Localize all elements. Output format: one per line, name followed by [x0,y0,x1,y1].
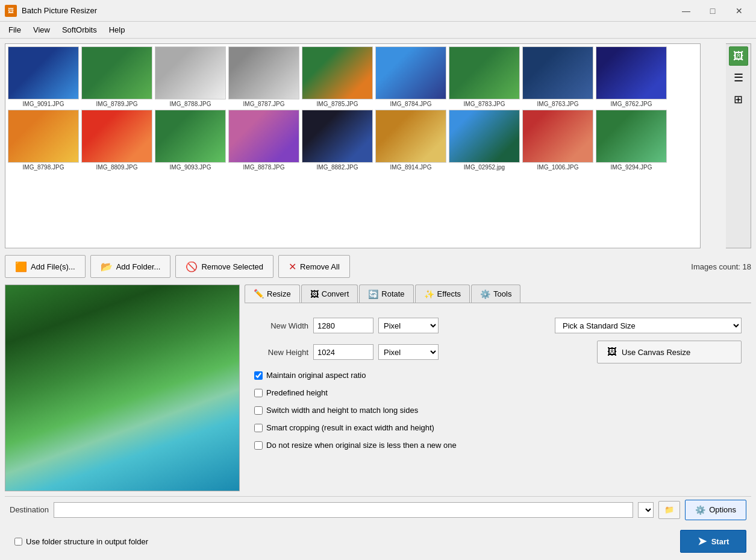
image-thumb-12[interactable]: IMG_8878.JPG [228,110,299,171]
thumb-image-8 [596,46,667,99]
thumb-label-3: IMG_8787.JPG [228,101,299,107]
menu-softorbits[interactable]: SoftOrbits [56,24,103,36]
thumb-label-2: IMG_8788.JPG [155,101,226,107]
thumb-label-11: IMG_9093.JPG [155,164,226,171]
thumb-image-15 [449,110,520,163]
maintain-aspect-checkbox[interactable] [254,371,263,380]
menu-view[interactable]: View [27,24,56,36]
tab-rotate[interactable]: 🔄 Rotate [359,285,413,303]
remove-all-button[interactable]: ✕ Remove All [278,255,350,278]
remove-all-icon: ✕ [289,261,296,272]
add-files-button[interactable]: 🟧 Add File(s)... [5,255,86,278]
thumbnails-view-icon[interactable]: 🖼 [729,46,748,66]
tab-tools[interactable]: ⚙️ Tools [471,285,520,303]
thumb-label-5: IMG_8784.JPG [375,101,446,107]
start-label: Start [711,537,729,546]
remove-selected-button[interactable]: 🚫 Remove Selected [175,255,273,278]
maintain-aspect-label: Maintain original aspect ratio [266,371,366,380]
thumb-label-7: IMG_8763.JPG [522,101,593,107]
toolbar-row: 🟧 Add File(s)... 📂 Add Folder... 🚫 Remov… [5,253,751,280]
image-thumb-4[interactable]: IMG_8785.JPG [302,46,373,107]
height-row: New Height Pixel Percent Inch cm 🖼 Use C… [254,341,742,363]
canvas-resize-label: Use Canvas Resize [622,348,690,357]
menu-file[interactable]: File [2,24,27,36]
image-thumb-9[interactable]: IMG_8798.JPG [8,110,79,171]
image-thumb-1[interactable]: IMG_8789.JPG [81,46,152,107]
grid-view-icon[interactable]: ⊞ [729,90,748,109]
tab-resize[interactable]: ✏️ Resize [245,285,300,303]
thumb-image-16 [522,110,593,163]
destination-folder-button[interactable]: 📁 [658,501,680,519]
maintain-aspect-row: Maintain original aspect ratio [254,371,742,380]
add-folder-label: Add Folder... [116,262,161,271]
start-button[interactable]: ➤ Start [680,530,746,553]
height-unit-select[interactable]: Pixel Percent Inch cm [378,344,439,360]
height-input[interactable] [313,344,373,360]
add-folder-button[interactable]: 📂 Add Folder... [90,255,171,278]
add-files-label: Add File(s)... [31,262,75,271]
remove-selected-icon: 🚫 [186,261,198,272]
image-thumb-8[interactable]: IMG_8762.JPG [596,46,667,107]
thumb-label-16: IMG_1006.JPG [522,164,593,171]
predefined-height-label: Predefined height [266,388,328,397]
rotate-tab-icon: 🔄 [368,289,378,299]
predefined-height-checkbox[interactable] [254,389,263,397]
image-thumb-16[interactable]: IMG_1006.JPG [522,110,593,171]
destination-dropdown[interactable] [638,502,654,518]
image-thumb-5[interactable]: IMG_8784.JPG [375,46,446,107]
close-button[interactable]: ✕ [727,4,751,18]
tools-tab-label: Tools [493,289,511,298]
image-thumb-10[interactable]: IMG_8809.JPG [81,110,152,171]
preview-area [5,285,240,491]
canvas-resize-button[interactable]: 🖼 Use Canvas Resize [597,341,742,363]
height-label: New Height [254,348,308,357]
menu-bar: File View SoftOrbits Help [0,22,756,39]
image-thumb-7[interactable]: IMG_8763.JPG [522,46,593,107]
width-input[interactable] [313,318,373,333]
destination-input[interactable] [54,502,633,518]
image-thumb-11[interactable]: IMG_9093.JPG [155,110,226,171]
smart-cropping-row: Smart cropping (result in exact width an… [254,423,742,432]
image-thumb-3[interactable]: IMG_8787.JPG [228,46,299,107]
thumb-label-12: IMG_8878.JPG [228,164,299,171]
standard-size-select[interactable]: Pick a Standard Size 640x480 800x600 102… [555,318,742,333]
options-icon: ⚙️ [695,505,705,515]
tab-effects[interactable]: ✨ Effects [415,285,470,303]
minimize-button[interactable]: — [674,4,698,18]
image-grid: IMG_9091.JPGIMG_8789.JPGIMG_8788.JPGIMG_… [5,43,701,248]
width-unit-select[interactable]: Pixel Percent Inch cm [378,318,439,333]
options-area: Maintain original aspect ratio Predefine… [254,371,742,455]
effects-tab-label: Effects [437,289,461,298]
image-thumb-13[interactable]: IMG_8882.JPG [302,110,373,171]
menu-help[interactable]: Help [103,24,131,36]
canvas-resize-icon: 🖼 [607,347,617,357]
rotate-tab-label: Rotate [381,289,404,298]
image-thumb-6[interactable]: IMG_8783.JPG [449,46,520,107]
right-panel: ✏️ Resize 🖼 Convert 🔄 Rotate ✨ Effects ⚙… [245,285,751,491]
folder-structure-checkbox[interactable] [14,538,22,546]
remove-selected-label: Remove Selected [201,262,263,271]
list-view-icon[interactable]: ☰ [729,68,748,87]
smart-cropping-label: Smart cropping (result in exact width an… [266,423,434,432]
title-bar: 🖼 Batch Picture Resizer — □ ✕ [0,0,756,22]
options-button[interactable]: ⚙️ Options [685,500,746,520]
start-icon: ➤ [698,535,707,548]
smart-cropping-checkbox[interactable] [254,424,263,432]
thumb-label-0: IMG_9091.JPG [8,101,79,107]
image-thumb-17[interactable]: IMG_9294.JPG [596,110,667,171]
bottom-section: ✏️ Resize 🖼 Convert 🔄 Rotate ✨ Effects ⚙… [5,285,751,491]
switch-width-height-label: Switch width and height to match long si… [266,406,418,415]
tab-convert[interactable]: 🖼 Convert [301,285,358,303]
width-row: New Width Pixel Percent Inch cm Pick a S… [254,318,742,333]
effects-tab-icon: ✨ [424,289,434,299]
resize-tab-content: New Width Pixel Percent Inch cm Pick a S… [245,308,751,491]
image-thumb-15[interactable]: IMG_02952.jpg [449,110,520,171]
maximize-button[interactable]: □ [701,4,725,18]
image-thumb-2[interactable]: IMG_8788.JPG [155,46,226,107]
image-thumb-14[interactable]: IMG_8914.JPG [375,110,446,171]
folder-structure-label: Use folder structure in output folder [26,537,148,546]
thumb-label-14: IMG_8914.JPG [375,164,446,171]
do-not-resize-checkbox[interactable] [254,441,263,450]
image-thumb-0[interactable]: IMG_9091.JPG [8,46,79,107]
switch-width-height-checkbox[interactable] [254,406,263,415]
